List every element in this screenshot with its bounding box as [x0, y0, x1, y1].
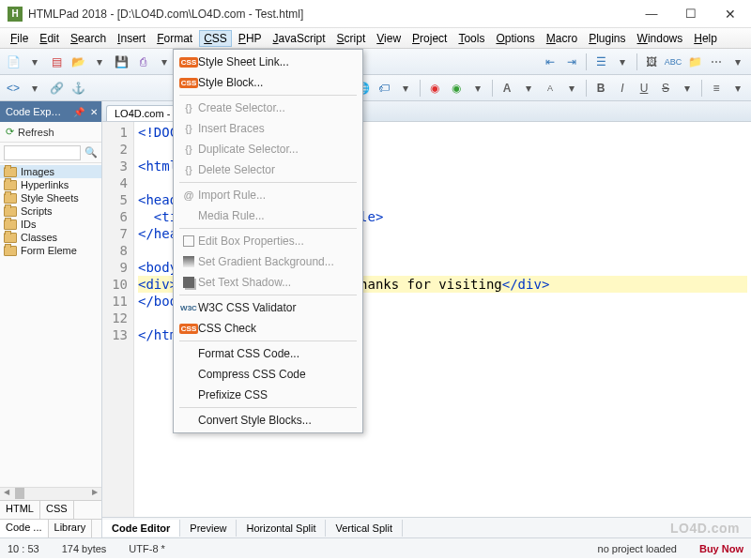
tab-code[interactable]: Code ... [0, 520, 49, 537]
css-icon: CSS [179, 324, 198, 334]
braces-icon: {} [179, 144, 198, 155]
menu-javascript[interactable]: JavaScript [268, 30, 330, 47]
menu-macro[interactable]: Macro [542, 30, 582, 47]
menu-item-convert-style-blocks[interactable]: Convert Style Blocks... [176, 410, 360, 431]
view-tab-horizontal-split[interactable]: Horizontal Split [237, 520, 326, 537]
strike-icon[interactable]: S [656, 79, 675, 98]
dropdown-icon[interactable]: ▾ [90, 53, 109, 71]
tree-item[interactable]: Images [0, 165, 101, 178]
dropdown-icon[interactable]: ▾ [678, 79, 697, 98]
new-doc-icon[interactable]: ▤ [47, 53, 66, 71]
underline-icon[interactable]: U [635, 79, 653, 98]
dropdown-icon[interactable]: ▾ [728, 53, 747, 71]
menu-edit[interactable]: Edit [35, 30, 64, 47]
tree-item[interactable]: Classes [0, 231, 101, 244]
grad-icon [179, 256, 198, 267]
braces-icon: {} [179, 102, 198, 114]
menu-windows[interactable]: Windows [633, 30, 688, 47]
menu-format[interactable]: Format [152, 30, 197, 47]
list-icon[interactable]: ☰ [591, 53, 610, 71]
folder-icon[interactable]: 📁 [685, 53, 704, 71]
indent-icon[interactable]: ⇥ [562, 53, 581, 71]
color2-icon[interactable]: ◉ [447, 79, 466, 98]
search-input[interactable] [4, 145, 81, 160]
save-icon[interactable]: 💾 [112, 53, 130, 71]
save-all-icon[interactable]: ⎙ [133, 53, 152, 71]
dropdown-icon[interactable]: ▾ [728, 79, 747, 98]
tab-library[interactable]: Library [49, 520, 93, 537]
menu-project[interactable]: Project [407, 30, 452, 47]
minimize-button[interactable]: — [638, 7, 665, 22]
dropdown-icon[interactable]: ▾ [613, 53, 632, 71]
side-panel-header: Code Exp… 📌 ✕ [0, 101, 101, 122]
italic-icon[interactable]: I [613, 79, 632, 98]
menu-view[interactable]: View [372, 30, 406, 47]
menu-bar: FileEditSearchInsertFormatCSSPHPJavaScri… [0, 28, 751, 49]
dropdown-icon[interactable]: ▾ [25, 79, 44, 98]
tree-item[interactable]: Scripts [0, 204, 101, 218]
menu-file[interactable]: File [6, 30, 33, 47]
tag-fill-icon[interactable]: 🏷 [375, 79, 393, 98]
tab-css[interactable]: CSS [40, 501, 74, 519]
menu-item-style-sheet-link[interactable]: CSSStyle Sheet Link... [176, 52, 360, 72]
close-button[interactable]: ✕ [717, 7, 743, 22]
scrollbar[interactable]: ◀▶ [0, 487, 101, 500]
anchor-icon[interactable]: ⚓ [69, 79, 87, 98]
font-size-icon[interactable]: A [541, 79, 559, 98]
dropdown-icon[interactable]: ▾ [562, 79, 581, 98]
view-tab-vertical-split[interactable]: Vertical Split [326, 520, 403, 537]
menu-item-style-block[interactable]: CSSStyle Block... [176, 72, 360, 93]
menu-help[interactable]: Help [689, 30, 722, 47]
tree-item[interactable]: Hyperlinks [0, 178, 101, 191]
menu-script[interactable]: Script [332, 30, 371, 47]
w3c-icon: W3C [179, 304, 198, 312]
refresh-button[interactable]: ⟳ Refresh [0, 122, 101, 143]
menu-insert[interactable]: Insert [113, 30, 150, 47]
image-icon[interactable]: 🖼 [642, 53, 661, 71]
dropdown-icon[interactable]: ▾ [519, 79, 538, 98]
dropdown-icon[interactable]: ▾ [155, 53, 174, 71]
menu-icon[interactable]: ⋯ [707, 53, 726, 71]
dropdown-icon[interactable]: ▾ [25, 53, 44, 71]
tree-item[interactable]: IDs [0, 218, 101, 231]
menu-css[interactable]: CSS [199, 30, 232, 47]
menu-php[interactable]: PHP [234, 30, 267, 47]
project-status: no project loaded [598, 543, 677, 554]
menu-search[interactable]: Search [66, 30, 111, 47]
menu-item-css-check[interactable]: CSSCSS Check [176, 318, 360, 339]
menu-plugins[interactable]: Plugins [584, 30, 630, 47]
menu-options[interactable]: Options [491, 30, 539, 47]
align-icon[interactable]: ≡ [707, 79, 726, 98]
outdent-icon[interactable]: ⇤ [541, 53, 559, 71]
menu-item-prefixize-css[interactable]: Prefixize CSS [176, 385, 360, 405]
tag-icon[interactable]: <> [4, 79, 23, 98]
view-tab-preview[interactable]: Preview [180, 520, 237, 537]
menu-item-w-c-css-validator[interactable]: W3CW3C CSS Validator [176, 297, 360, 318]
menu-item-format-css-code[interactable]: Format CSS Code... [176, 343, 360, 364]
menu-item-set-gradient-background: Set Gradient Background... [176, 251, 360, 272]
color1-icon[interactable]: ◉ [425, 79, 444, 98]
menu-tools[interactable]: Tools [453, 30, 489, 47]
dropdown-icon[interactable]: ▾ [468, 79, 487, 98]
close-panel-icon[interactable]: ✕ [90, 107, 98, 117]
abc-icon[interactable]: ABC [664, 53, 682, 71]
tab-html[interactable]: HTML [0, 501, 40, 519]
bold-icon[interactable]: B [591, 79, 610, 98]
tree-item[interactable]: Style Sheets [0, 191, 101, 204]
side-panel-title: Code Exp… [6, 106, 61, 117]
folder-icon [4, 180, 17, 190]
buy-now-link[interactable]: Buy Now [699, 543, 743, 554]
pin-icon[interactable]: 📌 [73, 107, 84, 117]
dropdown-icon[interactable]: ▾ [396, 79, 415, 98]
view-tab-code-editor[interactable]: Code Editor [102, 520, 180, 537]
font-icon[interactable]: A [498, 79, 516, 98]
search-icon[interactable]: 🔍 [84, 146, 98, 159]
gutter: 12345678910111213 [102, 122, 134, 517]
open-folder-icon[interactable]: 📂 [69, 53, 87, 71]
menu-item-compress-css-code[interactable]: Compress CSS Code [176, 364, 360, 385]
search-box: 🔍 [0, 143, 101, 163]
tree-item[interactable]: Form Eleme [0, 244, 101, 257]
new-file-icon[interactable]: 📄 [4, 53, 23, 71]
link-icon[interactable]: 🔗 [47, 79, 66, 98]
maximize-button[interactable]: ☐ [678, 7, 704, 22]
